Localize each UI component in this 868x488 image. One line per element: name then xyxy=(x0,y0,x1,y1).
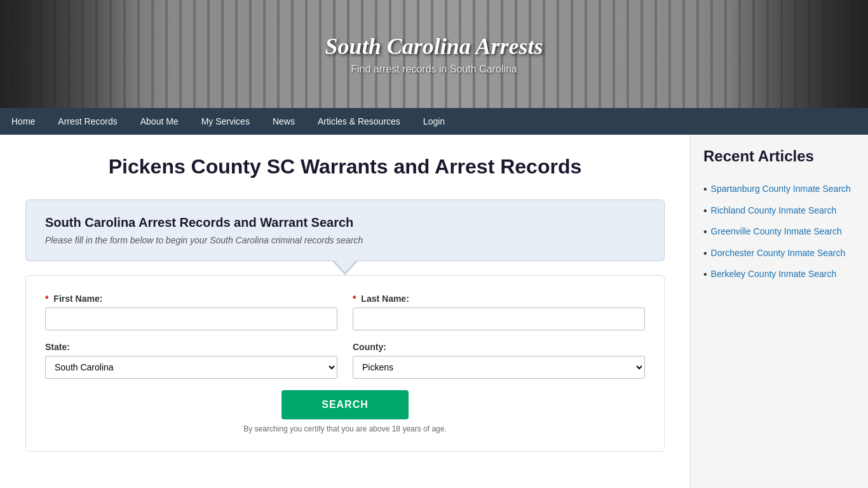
nav-about-me[interactable]: About Me xyxy=(129,108,190,135)
nav-home[interactable]: Home xyxy=(0,108,46,135)
search-form-section: * First Name: * Last Name: State: xyxy=(25,275,665,452)
state-label: State: xyxy=(45,342,337,352)
search-info-box: South Carolina Arrest Records and Warran… xyxy=(25,200,665,261)
article-link-spartanburg[interactable]: Spartanburg County Inmate Search xyxy=(711,183,851,196)
state-group: State: South Carolina Alabama Georgia No… xyxy=(45,342,337,379)
first-name-label: * First Name: xyxy=(45,294,337,304)
nav-news[interactable]: News xyxy=(261,108,306,135)
list-item: Dorchester County Inmate Search xyxy=(703,247,855,260)
site-title: South Carolina Arrests xyxy=(325,33,543,60)
article-link-dorchester[interactable]: Dorchester County Inmate Search xyxy=(711,247,846,260)
site-subtitle: Find arrest records in South Carolina xyxy=(351,64,517,75)
county-label: County: xyxy=(353,342,645,352)
article-link-greenville[interactable]: Greenville County Inmate Search xyxy=(711,226,842,238)
search-button[interactable]: SEARCH xyxy=(281,390,409,419)
nav-articles-resources[interactable]: Articles & Resources xyxy=(306,108,412,135)
list-item: Greenville County Inmate Search xyxy=(703,226,855,238)
first-name-input[interactable] xyxy=(45,308,337,330)
state-select[interactable]: South Carolina Alabama Georgia North Car… xyxy=(45,356,337,379)
county-select[interactable]: Pickens Berkeley Charleston Greenville R… xyxy=(353,356,645,379)
hero-hands-right xyxy=(728,0,868,108)
search-box-arrow xyxy=(332,261,358,275)
sidebar: Recent Articles Spartanburg County Inmat… xyxy=(690,135,868,488)
sidebar-title: Recent Articles xyxy=(703,147,855,170)
last-name-label: * Last Name: xyxy=(353,294,645,304)
first-name-group: * First Name: xyxy=(45,294,337,330)
form-disclaimer: By searching you certify that you are ab… xyxy=(45,424,645,433)
hero-hands-left xyxy=(0,0,140,108)
search-box-subtitle: Please fill in the form below to begin y… xyxy=(45,235,645,245)
main-content: Pickens County SC Warrants and Arrest Re… xyxy=(0,135,690,488)
nav-login[interactable]: Login xyxy=(412,108,456,135)
article-link-richland[interactable]: Richland County Inmate Search xyxy=(711,205,837,217)
name-row: * First Name: * Last Name: xyxy=(45,294,645,330)
list-item: Berkeley County Inmate Search xyxy=(703,268,855,281)
list-item: Spartanburg County Inmate Search xyxy=(703,183,855,196)
nav-my-services[interactable]: My Services xyxy=(190,108,261,135)
last-name-group: * Last Name: xyxy=(353,294,645,330)
list-item: Richland County Inmate Search xyxy=(703,205,855,217)
nav-arrest-records[interactable]: Arrest Records xyxy=(46,108,128,135)
state-county-row: State: South Carolina Alabama Georgia No… xyxy=(45,342,645,379)
recent-articles-list: Spartanburg County Inmate Search Richlan… xyxy=(703,183,855,281)
article-link-berkeley[interactable]: Berkeley County Inmate Search xyxy=(711,268,837,281)
page-wrapper: Pickens County SC Warrants and Arrest Re… xyxy=(0,135,868,488)
search-box-title: South Carolina Arrest Records and Warran… xyxy=(45,215,645,230)
page-title: Pickens County SC Warrants and Arrest Re… xyxy=(25,154,665,180)
county-group: County: Pickens Berkeley Charleston Gree… xyxy=(353,342,645,379)
last-name-input[interactable] xyxy=(353,308,645,330)
main-nav: Home Arrest Records About Me My Services… xyxy=(0,108,868,135)
hero-section: South Carolina Arrests Find arrest recor… xyxy=(0,0,868,108)
